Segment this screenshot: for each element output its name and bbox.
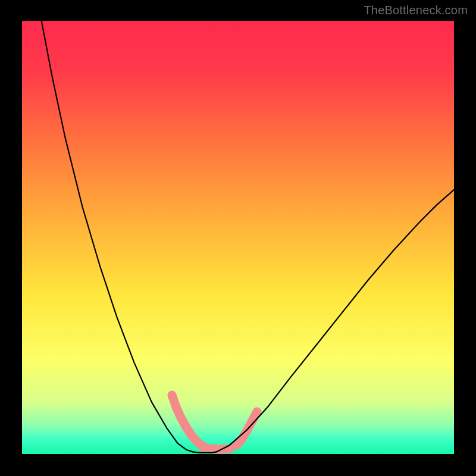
bottleneck-chart xyxy=(0,0,476,476)
watermark-text: TheBottleneck.com xyxy=(364,4,468,17)
svg-rect-1 xyxy=(22,21,454,454)
chart-stage: TheBottleneck.com xyxy=(0,0,476,476)
valley-floor-highlight xyxy=(203,447,230,449)
